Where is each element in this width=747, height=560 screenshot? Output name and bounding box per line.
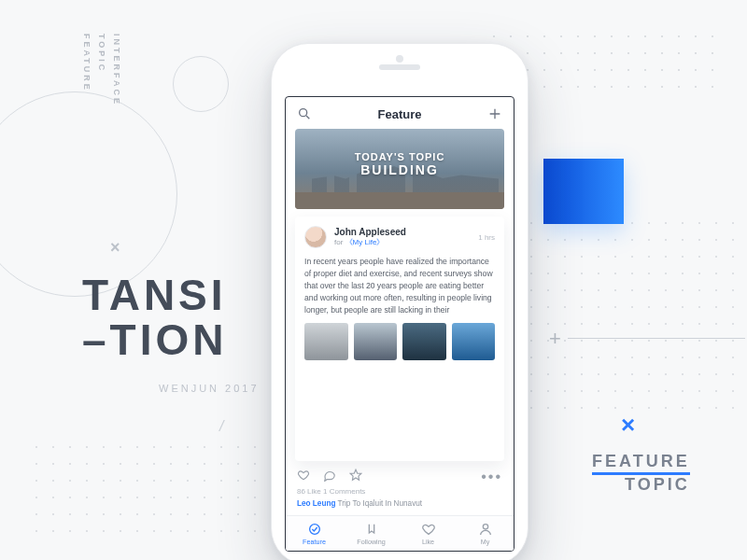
- footer-line2: TOPIC: [592, 475, 690, 495]
- vertical-label: INTERFACE: [112, 34, 121, 106]
- related-title: Trip To Iqaluit In Nunavut: [338, 499, 423, 508]
- comment-icon[interactable]: [323, 469, 336, 485]
- byline: WENJUN 2017: [159, 383, 260, 394]
- tab-label: Feature: [303, 538, 326, 546]
- phone-frame: Feature TODAY'S TOPIC BUILDING John Appl…: [271, 43, 529, 560]
- x-mark-icon: ×: [110, 238, 120, 258]
- thumbnail[interactable]: [402, 323, 446, 360]
- x-mark-icon: ×: [621, 411, 635, 440]
- add-icon[interactable]: [487, 106, 502, 121]
- tab-my[interactable]: My: [457, 516, 514, 551]
- footer-label: FEATURE TOPIC: [592, 452, 690, 495]
- related-row[interactable]: Leo Leung Trip To Iqaluit In Nunavut: [286, 499, 514, 515]
- post-header: John Appleseed for 《My Life》 1 hrs: [304, 226, 495, 248]
- post-body: In recent years people have realized the…: [304, 256, 495, 315]
- footer-line1: FEATURE: [592, 452, 690, 475]
- thumbnail[interactable]: [304, 323, 348, 360]
- tabbar: Feature Following Like My: [286, 515, 514, 551]
- action-bar: •••: [286, 461, 514, 487]
- post-card: John Appleseed for 《My Life》 1 hrs In re…: [295, 217, 504, 461]
- app-navbar: Feature: [286, 97, 514, 129]
- hero-line1: TODAY'S TOPIC: [295, 151, 504, 162]
- headline: TANSI –TION: [82, 273, 227, 363]
- post-time: 1 hrs: [478, 233, 495, 242]
- post-stats: 86 Like 1 Comments: [286, 487, 514, 499]
- heart-icon[interactable]: [297, 469, 310, 485]
- tab-like[interactable]: Like: [400, 516, 457, 551]
- navbar-title: Feature: [378, 107, 422, 121]
- slash-icon: /: [219, 418, 223, 435]
- vertical-labels: FEATURE TOPIC INTERFACE: [82, 34, 121, 106]
- related-author: Leo Leung: [297, 499, 335, 508]
- tab-feature[interactable]: Feature: [286, 516, 343, 551]
- headline-line1: TANSI: [82, 273, 227, 317]
- tab-label: Following: [357, 538, 385, 546]
- tab-label: Like: [422, 538, 434, 546]
- more-icon[interactable]: •••: [481, 469, 502, 485]
- post-meta: John Appleseed for 《My Life》: [334, 227, 471, 247]
- tab-label: My: [481, 538, 490, 546]
- hero-text: TODAY'S TOPIC BUILDING: [295, 151, 504, 177]
- crosshair-icon: +: [549, 327, 561, 351]
- headline-line2: –TION: [82, 317, 227, 362]
- blue-square-accent: [543, 159, 624, 224]
- divider: [568, 338, 745, 339]
- svg-marker-4: [350, 469, 361, 480]
- dot-grid-mid: [523, 215, 747, 420]
- post-for-prefix: for: [334, 238, 345, 246]
- vertical-label: FEATURE: [82, 34, 92, 106]
- star-icon[interactable]: [349, 469, 362, 485]
- svg-line-1: [306, 116, 309, 119]
- tab-following[interactable]: Following: [343, 516, 400, 551]
- svg-point-5: [309, 525, 319, 535]
- hero-line2: BUILDING: [295, 162, 504, 177]
- thumbnail-row: [304, 323, 495, 360]
- vertical-label: TOPIC: [97, 34, 106, 106]
- search-icon[interactable]: [297, 106, 312, 121]
- post-book[interactable]: 《My Life》: [345, 238, 385, 246]
- road-strip: [295, 192, 504, 209]
- hero-banner[interactable]: TODAY'S TOPIC BUILDING: [295, 129, 504, 209]
- circle-small: [173, 56, 229, 112]
- post-author[interactable]: John Appleseed: [334, 227, 471, 237]
- app-screen: Feature TODAY'S TOPIC BUILDING John Appl…: [285, 96, 514, 552]
- dot-grid-bottom: [28, 439, 271, 541]
- svg-point-6: [483, 525, 487, 529]
- circle-large: [0, 91, 177, 297]
- svg-point-0: [300, 109, 307, 117]
- avatar[interactable]: [304, 226, 327, 248]
- thumbnail[interactable]: [354, 323, 398, 360]
- thumbnail[interactable]: [452, 323, 496, 360]
- post-subline: for 《My Life》: [334, 237, 471, 247]
